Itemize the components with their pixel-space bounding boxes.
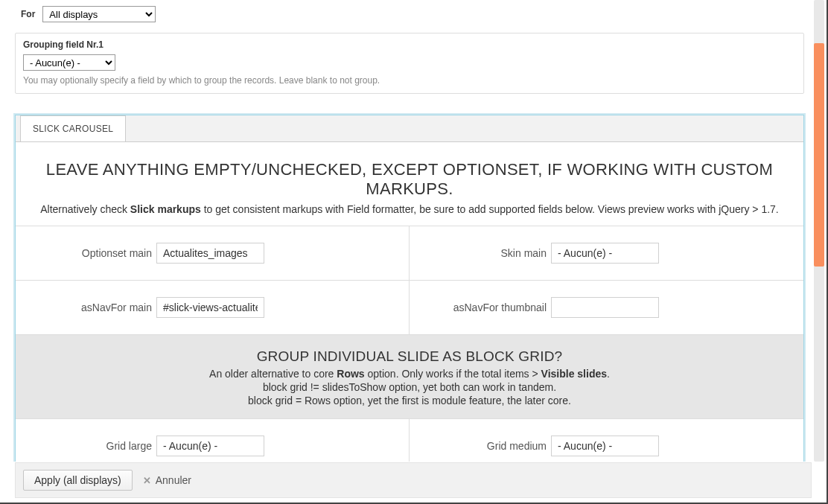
asnav-thumb-input[interactable] [551, 297, 659, 318]
cancel-label: Annuler [156, 474, 191, 486]
grid-large-label: Grid large [106, 440, 152, 452]
scroll-area: For All displays Grouping field Nr.1 - A… [0, 0, 812, 462]
grid-head: GROUP INDIVIDUAL SLIDE AS BLOCK GRID? An… [16, 335, 803, 419]
footer-bar: Apply (all displays) ✕ Annuler [15, 462, 812, 498]
tab-row: SLICK CAROUSEL [16, 115, 803, 141]
grouping-help: You may optionally specify a field by wh… [23, 75, 796, 86]
slick-panel: SLICK CAROUSEL LEAVE ANYTHING EMPTY/UNCH… [15, 115, 804, 462]
grid-head-line1: An older alternative to core Rows option… [45, 368, 774, 380]
for-select[interactable]: All displays [42, 6, 156, 22]
asnav-main-label: asNavFor main [81, 302, 152, 313]
row-grid: Grid large Grid medium [16, 419, 803, 462]
grid-head-title: GROUP INDIVIDUAL SLIDE AS BLOCK GRID? [45, 348, 774, 365]
optionset-main-label: Optionset main [82, 247, 152, 259]
grid-medium-label: Grid medium [487, 440, 547, 452]
asnav-thumb-label: asNavFor thumbnail [453, 302, 547, 313]
row-optionset: Optionset main Skin main [16, 226, 803, 281]
grid-head-line2: block grid != slidesToShow option, yet b… [45, 381, 774, 393]
asnav-main-input[interactable] [156, 297, 264, 318]
for-row: For All displays [15, 0, 804, 33]
grid-medium-select[interactable] [551, 436, 659, 456]
cancel-link[interactable]: ✕ Annuler [143, 474, 191, 486]
grouping-select[interactable]: - Aucun(e) - [23, 54, 115, 71]
scrollbar-track[interactable] [814, 0, 824, 462]
scrollbar-thumb[interactable] [814, 43, 824, 267]
head-block: LEAVE ANYTHING EMPTY/UNCHECKED, EXCEPT O… [16, 141, 803, 226]
for-label: For [21, 9, 35, 19]
skin-main-select[interactable] [551, 243, 659, 264]
grouping-title: Grouping field Nr.1 [23, 39, 796, 50]
settings-dialog: For All displays Grouping field Nr.1 - A… [0, 0, 828, 504]
head-sub: Alternatively check Slick markups to get… [29, 203, 790, 215]
close-icon: ✕ [143, 475, 151, 486]
skin-main-label: Skin main [501, 247, 547, 259]
row-asnavfor: asNavFor main asNavFor thumbnail [16, 281, 803, 335]
grid-head-line3: block grid = Rows option, yet the first … [45, 395, 774, 406]
tab-slick-carousel[interactable]: SLICK CAROUSEL [20, 115, 126, 141]
optionset-main-select[interactable] [156, 243, 264, 264]
grouping-fieldset: Grouping field Nr.1 - Aucun(e) - You may… [15, 33, 804, 94]
apply-button[interactable]: Apply (all displays) [23, 470, 133, 491]
head-title: LEAVE ANYTHING EMPTY/UNCHECKED, EXCEPT O… [29, 160, 790, 199]
grid-large-select[interactable] [156, 436, 264, 456]
